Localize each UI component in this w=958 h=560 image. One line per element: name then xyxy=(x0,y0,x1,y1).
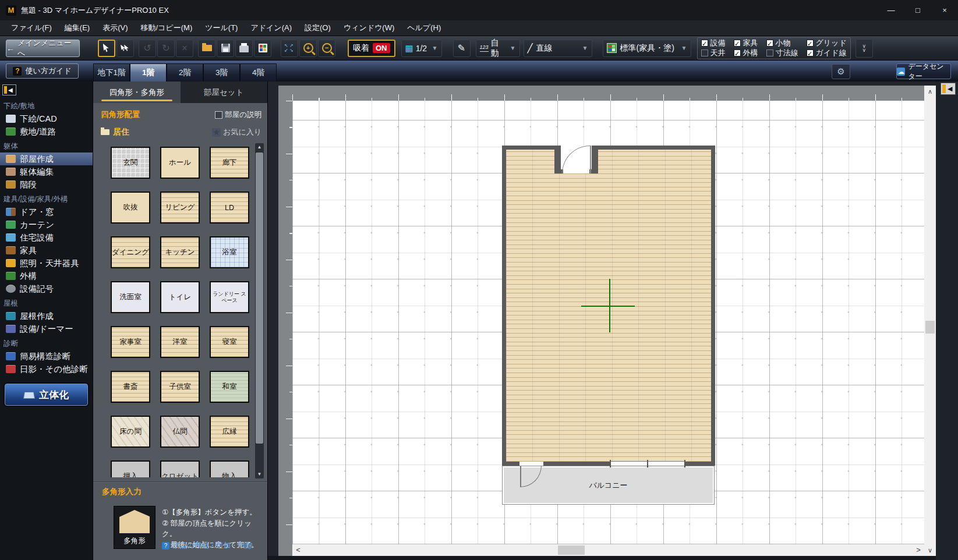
grid-scale-dropdown[interactable]: ▦ 1/2 ▼ xyxy=(401,40,442,57)
image-export-button[interactable] xyxy=(254,40,271,57)
checkbox-icon[interactable] xyxy=(766,49,773,56)
select-tool-button[interactable] xyxy=(98,40,115,57)
layer-checkbox-sunposen[interactable]: 寸法線 xyxy=(766,49,798,58)
measure-tool-button[interactable]: ✎ xyxy=(453,40,471,57)
menu-tools[interactable]: ツール(T) xyxy=(199,23,244,33)
menu-settings[interactable]: 設定(O) xyxy=(298,23,337,33)
zoom-fit-button[interactable]: ↖↗↙↘ xyxy=(281,40,298,57)
scroll-left-icon[interactable]: < xyxy=(292,544,304,556)
checkbox-icon[interactable]: ✓ xyxy=(766,40,773,47)
sidebar-item-hikage-shindan[interactable]: 日影・その他診断 xyxy=(0,363,93,375)
room-button-genkan[interactable]: 玄関 xyxy=(111,147,150,179)
layer-checkbox-komono[interactable]: ✓小物 xyxy=(766,39,798,48)
sidebar-item-gaikou[interactable]: 外構 xyxy=(0,270,93,282)
scrollbar-thumb[interactable] xyxy=(558,545,585,555)
room-button-hiroen[interactable]: 広縁 xyxy=(210,416,249,448)
room-button-hall[interactable]: ホール xyxy=(160,147,200,179)
sidebar-item-kaidan[interactable]: 階段 xyxy=(0,178,93,191)
polygon-button[interactable]: 多角形 xyxy=(114,506,155,549)
data-center-button[interactable]: ☁ データセンター xyxy=(896,63,951,79)
scrollbar-thumb[interactable] xyxy=(925,321,935,334)
panel-collapse-button[interactable]: ◀ xyxy=(941,83,956,95)
sidebar-item-shitae-cad[interactable]: 下絵/CAD xyxy=(0,112,93,125)
sidebar-collapse-button[interactable]: ◀ xyxy=(2,84,16,95)
print-button[interactable] xyxy=(235,40,253,57)
zoom-out-button[interactable]: − xyxy=(318,40,335,57)
floor-tab-1f[interactable]: 1階 xyxy=(130,63,167,81)
room-button-laundry[interactable]: ランドリー スペース xyxy=(210,281,249,313)
scrollbar-thumb[interactable] xyxy=(256,153,263,444)
floor-tab-b1[interactable]: 地下1階 xyxy=(93,63,130,81)
menu-view[interactable]: 表示(V) xyxy=(96,23,134,33)
room-button-tokonoma[interactable]: 床の間 xyxy=(111,416,150,448)
main-menu-button[interactable]: ← メインメニューへ xyxy=(6,40,80,57)
layer-checkbox-gaikou[interactable]: ✓外構 xyxy=(734,49,758,58)
checkbox-icon[interactable] xyxy=(215,111,222,119)
room-button-yokushitsu[interactable]: 浴室 xyxy=(210,236,249,268)
room-button-toilet[interactable]: トイレ xyxy=(160,281,200,313)
sidebar-item-curtain[interactable]: カーテン xyxy=(0,218,93,231)
category-label[interactable]: 居住 xyxy=(113,127,129,137)
sidebar-item-kagu[interactable]: 家具 xyxy=(0,244,93,257)
room-button-shosai[interactable]: 書斎 xyxy=(111,371,150,403)
room-button-senmenshitsu[interactable]: 洗面室 xyxy=(111,281,150,313)
sidebar-item-kozo-shindan[interactable]: 簡易構造診断 xyxy=(0,350,93,363)
toolbar-more-button[interactable]: ∨∨ xyxy=(856,39,873,58)
menu-move-copy[interactable]: 移動/コピー(M) xyxy=(135,23,199,33)
layer-checkbox-kagu[interactable]: ✓家具 xyxy=(734,39,758,48)
entrance-door-leaf[interactable] xyxy=(590,146,591,173)
scroll-up-icon[interactable]: ▲ xyxy=(255,143,264,151)
sidebar-item-door-mado[interactable]: ドア・窓 xyxy=(0,205,93,218)
room-button-kodomoshitsu[interactable]: 子供室 xyxy=(160,371,200,403)
display-mode-dropdown[interactable]: 標準(家具・塗) ▼ xyxy=(603,40,691,57)
sidebar-item-dormer[interactable]: 設備/ドーマー xyxy=(0,322,93,335)
settings-gear-button[interactable]: ⚙ xyxy=(832,64,850,79)
floor-tab-2f[interactable]: 2階 xyxy=(167,63,203,81)
zoom-in-button[interactable]: + xyxy=(299,40,317,57)
layer-checkbox-grid[interactable]: ✓グリッド xyxy=(807,39,847,48)
room-button-monoire[interactable]: 物入 xyxy=(210,460,249,477)
sidebar-item-yane-sakusei[interactable]: 屋根作成 xyxy=(0,310,93,322)
vertical-scrollbar[interactable]: ∧ ∨ xyxy=(924,86,936,556)
checkbox-icon[interactable]: ✓ xyxy=(734,49,741,56)
room-button-butsuma[interactable]: 仏間 xyxy=(160,416,200,448)
room-button-roka[interactable]: 廊下 xyxy=(210,147,249,179)
checkbox-icon[interactable]: ✓ xyxy=(807,49,814,56)
redo-button[interactable]: ↻ xyxy=(157,40,175,57)
minimize-button[interactable]: — xyxy=(878,0,904,20)
room-button-kajishitsu[interactable]: 家事室 xyxy=(111,326,150,358)
room-button-fukinuke[interactable]: 吹抜 xyxy=(111,192,150,224)
usage-guide-button[interactable]: 使い方ガイド xyxy=(6,63,79,79)
tab-rectangle-polygon[interactable]: 四角形・多角形 xyxy=(93,81,181,103)
sidebar-item-shomei[interactable]: 照明・天井器具 xyxy=(0,257,93,270)
menu-window[interactable]: ウィンドウ(W) xyxy=(337,23,401,33)
snap-toggle-button[interactable]: 吸着 ON xyxy=(348,40,395,57)
room-description-checkbox[interactable]: 部屋の説明 xyxy=(215,110,261,120)
scroll-down-icon[interactable]: ∨ xyxy=(924,544,936,556)
tab-room-set[interactable]: 部屋セット xyxy=(181,81,268,103)
room-button-dining[interactable]: ダイニング xyxy=(111,236,150,268)
palette-scrollbar[interactable]: ▲ ▼ xyxy=(255,143,264,479)
room-button-ld[interactable]: LD xyxy=(210,192,249,224)
room-button-shinshitsu[interactable]: 寝室 xyxy=(210,326,249,358)
scroll-down-icon[interactable]: ▼ xyxy=(255,470,264,479)
balcony-door-leaf[interactable] xyxy=(520,466,521,487)
menu-file[interactable]: ファイル(F) xyxy=(5,23,58,33)
layer-checkbox-tenjo[interactable]: 天井 xyxy=(701,49,726,58)
checkbox-icon[interactable] xyxy=(701,49,708,56)
close-button[interactable]: × xyxy=(931,0,958,20)
layer-checkbox-setsubi[interactable]: ✓設備 xyxy=(701,39,726,48)
checkbox-icon[interactable]: ✓ xyxy=(734,40,741,47)
scroll-right-icon[interactable]: > xyxy=(913,544,924,556)
sidebar-item-kutai-henshu[interactable]: 躯体編集 xyxy=(0,165,93,178)
scroll-up-icon[interactable]: ∧ xyxy=(924,86,936,97)
make-3d-button[interactable]: 立体化 xyxy=(5,384,88,406)
horizontal-scrollbar[interactable]: < > xyxy=(292,544,924,556)
sidebar-item-setsubi-kigo[interactable]: 設備記号 xyxy=(0,282,93,295)
room-button-oshiire[interactable]: 押入 xyxy=(111,460,150,477)
favorites-toggle[interactable]: ★お気に入り xyxy=(212,127,261,137)
floor-tab-3f[interactable]: 3階 xyxy=(203,63,240,81)
open-file-button[interactable] xyxy=(198,40,215,57)
room-button-kitchen[interactable]: キッチン xyxy=(160,236,200,268)
dimension-mode-dropdown[interactable]: 123 自動 ▼ xyxy=(476,40,520,57)
